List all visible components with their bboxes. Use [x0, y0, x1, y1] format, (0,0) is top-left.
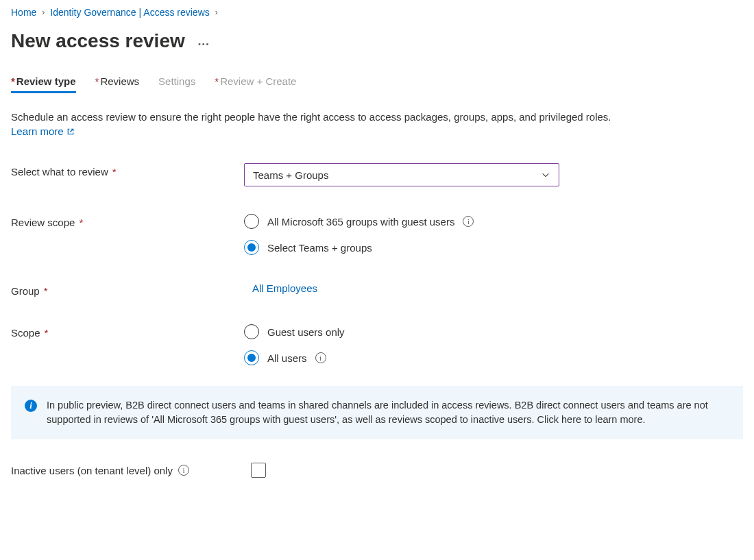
radio-all-m365-groups[interactable]: All Microsoft 365 groups with guest user… — [244, 214, 743, 229]
breadcrumb: Home › Identity Governance | Access revi… — [11, 0, 743, 21]
info-banner[interactable]: i In public preview, B2B direct connect … — [11, 386, 743, 439]
tabs: *Review type *Reviews Settings *Review +… — [11, 73, 743, 93]
chevron-right-icon: › — [215, 8, 218, 17]
learn-more-link[interactable]: Learn more — [11, 124, 75, 138]
scope-radio-group: Guest users only All users i — [244, 324, 743, 365]
select-what-dropdown[interactable]: Teams + Groups — [244, 163, 559, 186]
field-group: Group * All Employees — [11, 282, 743, 297]
required-asterisk: * — [112, 166, 117, 178]
field-label: Scope * — [11, 324, 244, 339]
chevron-down-icon — [541, 170, 550, 180]
info-icon[interactable]: i — [178, 465, 189, 476]
radio-label: Select Teams + groups — [267, 242, 372, 254]
required-asterisk: * — [79, 217, 83, 228]
tab-reviews[interactable]: *Reviews — [95, 73, 140, 93]
label-text: Group — [11, 285, 40, 297]
label-text: Review scope — [11, 217, 75, 228]
required-asterisk: * — [95, 75, 99, 87]
group-selected-link[interactable]: All Employees — [252, 282, 317, 294]
info-icon[interactable]: i — [315, 352, 326, 363]
field-label: Group * — [11, 282, 244, 297]
radio-select-teams-groups[interactable]: Select Teams + groups — [244, 240, 743, 255]
radio-all-users[interactable]: All users i — [244, 350, 743, 365]
radio-label: Guest users only — [267, 326, 345, 338]
banner-text: In public preview, B2B direct connect us… — [47, 398, 729, 427]
dropdown-value: Teams + Groups — [253, 169, 328, 181]
breadcrumb-section[interactable]: Identity Governance | Access reviews — [50, 7, 209, 18]
field-label: Inactive users (on tenant level) only i — [11, 465, 244, 476]
field-inactive-users: Inactive users (on tenant level) only i — [11, 463, 743, 478]
more-actions-button[interactable]: … — [197, 34, 211, 49]
info-icon: i — [25, 400, 37, 412]
inactive-users-checkbox[interactable] — [251, 463, 266, 478]
radio-label: All users — [267, 352, 307, 364]
tab-label: Settings — [158, 75, 195, 87]
radio-guest-users-only[interactable]: Guest users only — [244, 324, 743, 339]
field-label: Select what to review * — [11, 163, 244, 178]
intro-body: Schedule an access review to ensure the … — [11, 111, 611, 123]
required-asterisk: * — [11, 75, 15, 87]
tab-review-create[interactable]: *Review + Create — [215, 73, 296, 93]
radio-label: All Microsoft 365 groups with guest user… — [267, 216, 454, 228]
tab-label: Review type — [16, 75, 76, 87]
radio-icon — [244, 214, 259, 229]
page-title: New access review … — [11, 30, 743, 52]
label-text: Scope — [11, 327, 40, 339]
tab-settings[interactable]: Settings — [158, 73, 195, 93]
field-review-scope: Review scope * All Microsoft 365 groups … — [11, 214, 743, 255]
label-text: Inactive users (on tenant level) only — [11, 465, 173, 476]
required-asterisk: * — [44, 285, 48, 297]
page-title-text: New access review — [11, 30, 185, 52]
radio-icon — [244, 350, 259, 365]
chevron-right-icon: › — [42, 8, 45, 17]
form: Select what to review * Teams + Groups R… — [11, 163, 743, 365]
field-select-what: Select what to review * Teams + Groups — [11, 163, 743, 186]
required-asterisk: * — [215, 75, 219, 87]
radio-icon — [244, 324, 259, 339]
tab-label: Reviews — [100, 75, 139, 87]
intro-text: Schedule an access review to ensure the … — [11, 110, 724, 138]
info-icon[interactable]: i — [463, 216, 474, 227]
breadcrumb-home[interactable]: Home — [11, 7, 36, 18]
learn-more-label: Learn more — [11, 124, 64, 138]
field-scope: Scope * Guest users only All users i — [11, 324, 743, 365]
field-label: Review scope * — [11, 214, 244, 228]
review-scope-radio-group: All Microsoft 365 groups with guest user… — [244, 214, 743, 255]
external-link-icon — [66, 127, 75, 136]
required-asterisk: * — [45, 327, 49, 339]
radio-icon — [244, 240, 259, 255]
label-text: Select what to review — [11, 166, 108, 178]
tab-label: Review + Create — [220, 75, 296, 87]
tab-review-type[interactable]: *Review type — [11, 73, 76, 93]
